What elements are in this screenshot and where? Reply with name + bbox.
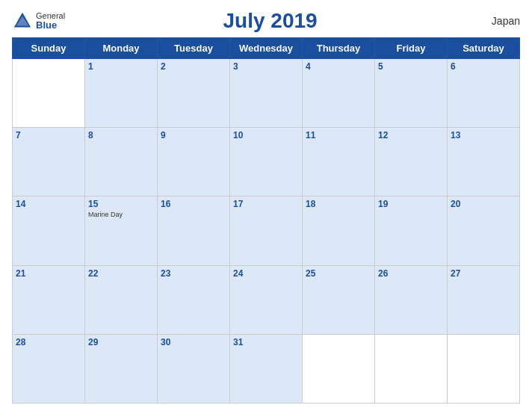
day-header-thursday: Thursday [303,38,375,59]
calendar-cell: 10 [230,128,303,197]
date-number: 16 [161,199,226,209]
calendar-cell: 1 [85,59,158,128]
calendar-cell: 12 [375,128,448,197]
date-number: 14 [16,199,81,209]
date-number: 12 [378,130,444,140]
date-number: 31 [233,337,299,347]
calendar-cell: 20 [448,197,520,265]
calendar-cell: 17 [230,197,303,265]
date-number: 13 [451,130,516,140]
calendar-week-4: 21222324252627 [13,265,520,334]
date-number: 17 [233,199,299,209]
calendar-cell [375,334,448,403]
calendar-cell: 2 [158,59,230,128]
date-number: 6 [451,61,516,72]
calendar-header: General Blue July 2019 Japan [12,7,520,34]
calendar-cell: 23 [158,265,230,334]
date-number: 4 [306,61,371,72]
calendar-cell: 24 [230,265,303,334]
logo-text: General Blue [36,11,65,31]
calendar-cell: 3 [230,59,303,128]
calendar-cell: 30 [158,334,230,403]
calendar-page: General Blue July 2019 Japan SundayMonda… [0,0,532,411]
day-header-monday: Monday [85,38,158,59]
calendar-week-1: 123456 [13,59,520,128]
date-number: 28 [16,337,81,347]
calendar-cell: 22 [85,265,158,334]
calendar-cell: 18 [303,197,375,265]
date-number: 23 [161,268,226,279]
calendar-cell: 27 [448,265,520,334]
calendar-cell: 31 [230,334,303,403]
date-number: 30 [161,337,226,347]
date-number: 26 [378,268,444,279]
date-number: 11 [306,130,371,140]
calendar-cell: 5 [375,59,448,128]
calendar-cell: 26 [375,265,448,334]
calendar-table: SundayMondayTuesdayWednesdayThursdayFrid… [12,37,520,404]
date-number: 10 [233,130,299,140]
day-header-tuesday: Tuesday [158,38,230,59]
calendar-cell: 15Marine Day [85,197,158,265]
date-number: 29 [88,337,154,347]
calendar-cell: 28 [13,334,85,403]
calendar-cell: 16 [158,197,230,265]
calendar-cell: 14 [13,197,85,265]
holiday-label: Marine Day [88,211,154,218]
calendar-cell: 4 [303,59,375,128]
calendar-cell [303,334,375,403]
date-number: 1 [88,61,154,72]
calendar-cell: 7 [13,128,85,197]
day-header-saturday: Saturday [448,38,520,59]
date-number: 9 [161,130,226,140]
calendar-week-3: 1415Marine Day1617181920 [13,197,520,265]
day-header-row: SundayMondayTuesdayWednesdayThursdayFrid… [13,38,520,59]
calendar-cell [448,334,520,403]
calendar-cell: 13 [448,128,520,197]
date-number: 19 [378,199,444,209]
date-number: 21 [16,268,81,279]
date-number: 25 [306,268,371,279]
logo: General Blue [12,10,65,31]
date-number: 8 [88,130,154,140]
calendar-week-5: 28293031 [13,334,520,403]
date-number: 2 [161,61,226,72]
calendar-cell: 11 [303,128,375,197]
day-header-wednesday: Wednesday [230,38,303,59]
calendar-cell: 21 [13,265,85,334]
date-number: 27 [451,268,516,279]
calendar-cell: 19 [375,197,448,265]
logo-icon [12,10,33,31]
day-header-sunday: Sunday [13,38,85,59]
date-number: 5 [378,61,444,72]
calendar-cell: 9 [158,128,230,197]
date-number: 18 [306,199,371,209]
calendar-cell: 8 [85,128,158,197]
date-number: 20 [451,199,516,209]
day-header-friday: Friday [375,38,448,59]
date-number: 7 [16,130,81,140]
calendar-week-2: 78910111213 [13,128,520,197]
logo-blue-label: Blue [36,20,65,31]
date-number: 24 [233,268,299,279]
country-label: Japan [475,15,520,27]
calendar-cell [13,59,85,128]
calendar-cell: 25 [303,265,375,334]
date-number: 22 [88,268,154,279]
date-number: 15 [88,199,154,209]
calendar-cell: 6 [448,59,520,128]
date-number: 3 [233,61,299,72]
calendar-title: July 2019 [65,9,475,33]
calendar-cell: 29 [85,334,158,403]
